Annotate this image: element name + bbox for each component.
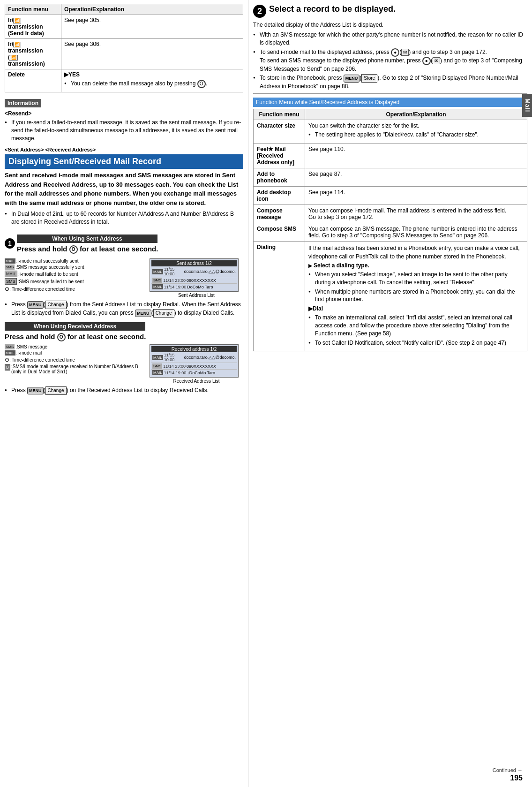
dialing-sub-bullets1: When you select "Select image", select a… [308,271,524,303]
o-button-recv: O [57,333,66,341]
row2-name: 090XXXXXXXX [187,278,216,283]
recv-row3-icon: MAIL [152,370,163,375]
change-icon2: Change [153,309,174,318]
screen-row-2: SMS 11/14 23:00 090XXXXXXXX [151,277,237,284]
bullet-phonebook: To store in the Phonebook, press MENU(St… [253,74,527,91]
send-sms-icon: ● [422,57,431,65]
rf-row-charsize: Character size You can switch the charac… [254,120,527,144]
sms-fail-icon: SMS [5,278,17,285]
rf-row-addphone: Add tophonebook See page 87. [254,168,527,186]
sms-rect-icon: ✉ [433,57,440,64]
continued-label: Continued → [493,767,523,773]
recv-bullet-list: Press MENU(Change) on the Received Addre… [5,386,243,395]
recv-row1-time: 11/15 10:00 [164,353,183,362]
sent-bullet-list: Press MENU(Change) from the Sent Address… [5,301,243,318]
menu-icon2: MENU [135,310,151,318]
func-name-ir1: Ir/📶 transmission(Send Ir data) [5,15,61,39]
recv-screen-label: Received Address List [150,378,243,384]
row2-icon: SMS [152,278,162,283]
dialing-sub-bullets2: To make an international call, select "I… [308,314,524,347]
recv-row3-time: 11/14 19:00 [164,371,187,375]
info-label: Information [5,99,41,107]
recv-mail-desc: :i-mode mail [16,350,42,356]
step2-header: 2 Select a record to be displayed. [253,4,527,18]
phonebook-menu-icon: MENU [344,75,360,83]
recv-change-icon: Change [45,386,67,395]
mail-fail-icon: MAIL [5,271,17,277]
dialing-arrow2: ▶Dial [308,305,524,312]
row1-name: docomo.taro.△△@docomo. [184,269,236,274]
charsize-bullet: The setting here applies to "Dialed/recv… [308,131,524,139]
o-button-sent: O [69,245,78,254]
table-row-delete: Delete ▶YES You can delete the mail mess… [5,69,243,92]
store-icon: Store [361,74,377,83]
resend-title: <Resend> [5,110,243,117]
table-row: Ir/📶 transmission(Send Ir data) See page… [5,15,243,39]
step2-bullets: With an SMS message for which the other … [253,31,527,91]
left-column: Function menu Operation/Explanation Ir/📶… [0,0,248,787]
recv-screenshot-row: SMS :SMS message MAIL :i-mode mail ⊙ :Ti… [5,344,243,384]
sent-screen-img: Sent address 1/2 MAIL 11/15 10:00 docomo… [150,258,243,298]
mail-rect-icon: ✉ [401,49,409,56]
func-name-ir2: Ir/📶 transmission(📶 transmission) [5,39,61,69]
rf-name-composesms: Compose SMS [254,223,305,241]
rf-name-compose: Composemessage [254,204,305,223]
page-number: 195 [510,774,523,782]
delete-yes: YES [68,71,80,78]
when-using-sent-bar: When Using Sent Address [17,235,157,243]
section-blue-heading: Displaying Sent/Received Mail Record [5,154,243,169]
func-menu-heading: Function Menu while Sent/Received Addres… [253,98,527,107]
row1-time: 11/15 10:00 [164,267,183,276]
intro-bold: Sent and received i-mode mail messages a… [5,171,243,207]
delete-bullet: You can delete the mail message also by … [64,80,240,88]
recv-time-icon: ⊙ [5,356,9,363]
step1-section: 1 When Using Sent Address Press and hold… [5,231,243,318]
bullet-imode-mail: To send i-mode mail to the displayed add… [253,48,527,73]
col-header-func: Function menu [5,4,61,15]
dual-mode-note: In Dual Mode of 2in1, up to 60 records f… [5,210,243,226]
func-op-ir1: See page 305. [61,15,243,39]
press-hold-sent: Press and hold O for at least one second… [17,245,158,254]
rf-op-charsize: You can switch the character size for th… [305,120,527,144]
time-diff-desc: :Time-difference corrected time [10,287,75,292]
func-op-ir2: See page 306. [61,39,243,69]
rf-name-adddesktop: Add desktopicon [254,186,305,204]
step1-header: 1 When Using Sent Address Press and hold… [5,231,243,256]
recv-sms-desc: :SMS message [15,344,47,349]
time-icon: ⊙ [5,286,9,292]
menu-icon: MENU [27,301,44,309]
recv-row1-name: docomo.taro.△△@docomo. [184,355,236,360]
mail-tab: Mail [522,94,532,117]
recv-row-3: MAIL 11/14 19:00 ↓DoCoMo Taro [151,370,237,376]
recv-num-icon: B [5,364,10,371]
dialing-arrow1: Select a dialing type. [308,262,524,269]
divider-1 [253,93,527,94]
sent-screenshot-row: MAIL :i-mode mail successfully sent SMS … [5,258,243,298]
recv-icons-left: SMS :SMS message MAIL :i-mode mail ⊙ :Ti… [5,344,145,384]
sent-received-label: <Sent Address> <Received Address> [5,147,243,152]
mail-fail-desc: :i-mode mail failed to be sent [18,272,78,277]
screen-row-3: MAIL 11/14 19:00 DoCoMo Taro [151,284,237,290]
func-op-delete: ▶YES You can delete the mail message als… [61,69,243,92]
step2-num: 2 [253,5,266,18]
dialing-bullet-multi: When multiple phone numbers are stored i… [308,288,524,304]
rf-row-composesms: Compose SMS You can compose an SMS messa… [254,223,527,241]
page-container: Function menu Operation/Explanation Ir/📶… [0,0,532,787]
rf-op-addphone: See page 87. [305,168,527,186]
rf-row-adddesktop: Add desktopicon See page 114. [254,186,527,204]
rf-row-feelmail: Feel★ Mail[ReceivedAddress only] See pag… [254,143,527,168]
row3-icon: MAIL [152,284,163,289]
rf-op-composesms: You can compose an SMS message. The phon… [305,223,527,241]
right-function-table: Function menu Operation/Explanation Char… [253,109,527,351]
sent-icons-left: MAIL :i-mode mail successfully sent SMS … [5,258,145,298]
row2-time: 11/14 23:00 [163,278,186,283]
step1-num: 1 [5,238,15,249]
rf-op-feelmail: See page 110. [305,143,527,168]
recv-screen-img: Received address 1/2 MAIL 11/15 10:00 do… [150,344,243,384]
change-icon: Change [45,301,67,309]
when-using-recv-bar: When Using Received Address [5,322,145,331]
recv-time-desc: :Time-difference corrected time [10,357,75,363]
step2-title: Select a record to be displayed. [269,4,396,15]
rf-op-compose: You can compose i-mode mail. The mail ad… [305,204,527,223]
recv-row1-icon: MAIL [152,355,163,360]
